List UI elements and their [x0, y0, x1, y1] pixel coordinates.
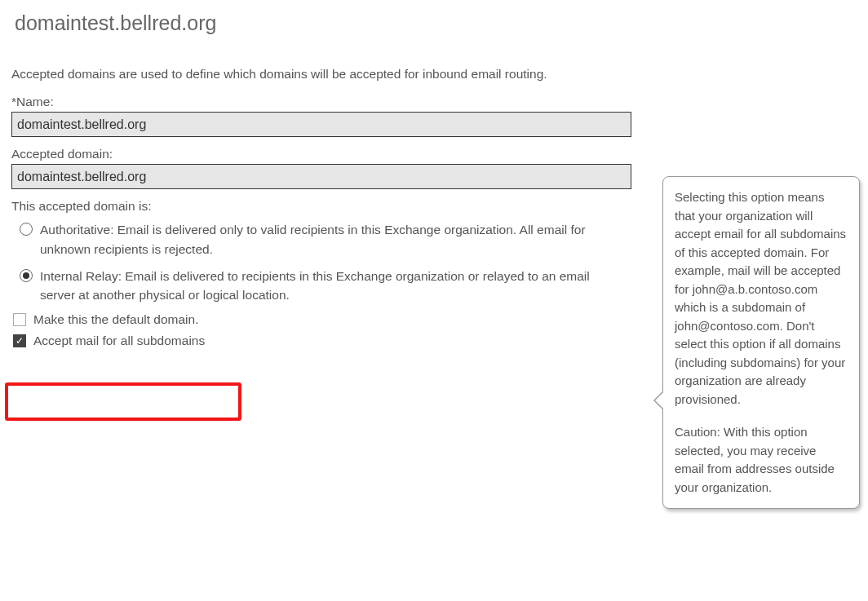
tooltip: Selecting this option means that your or…: [662, 176, 860, 509]
radio-authoritative-label: Authoritative: Email is delivered only t…: [40, 220, 607, 259]
radio-authoritative[interactable]: Authoritative: Email is delivered only t…: [20, 220, 607, 259]
domain-type-label: This accepted domain is:: [11, 199, 635, 214]
radio-internal-relay[interactable]: Internal Relay: Email is delivered to re…: [20, 267, 607, 305]
radio-icon: [20, 269, 33, 282]
main-form: domaintest.bellred.org Accepted domains …: [0, 0, 644, 363]
checkbox-accept-subdomains-row: ✓ Accept mail for all subdomains: [13, 334, 635, 348]
tooltip-paragraph-2: Caution: With this option selected, you …: [675, 423, 848, 497]
accepted-domain-input[interactable]: [11, 164, 631, 189]
name-label: *Name:: [11, 95, 635, 109]
intro-text: Accepted domains are used to define whic…: [11, 64, 599, 83]
tooltip-pointer-icon: [653, 391, 663, 410]
checkbox-default-domain-row: ✓ Make this the default domain.: [13, 312, 635, 327]
tooltip-paragraph-1: Selecting this option means that your or…: [675, 188, 848, 409]
accepted-domain-label: Accepted domain:: [11, 147, 635, 161]
checkmark-icon: ✓: [16, 336, 24, 346]
radio-internal-relay-label: Internal Relay: Email is delivered to re…: [40, 267, 607, 305]
highlight-frame: [5, 382, 241, 421]
checkbox-default-domain-label: Make this the default domain.: [33, 312, 198, 327]
name-input[interactable]: [11, 112, 631, 137]
radio-icon: [20, 223, 33, 236]
checkbox-accept-subdomains[interactable]: ✓: [13, 334, 26, 347]
page-title: domaintest.bellred.org: [15, 11, 635, 35]
checkbox-default-domain[interactable]: ✓: [13, 313, 26, 326]
checkbox-accept-subdomains-label: Accept mail for all subdomains: [33, 334, 205, 348]
